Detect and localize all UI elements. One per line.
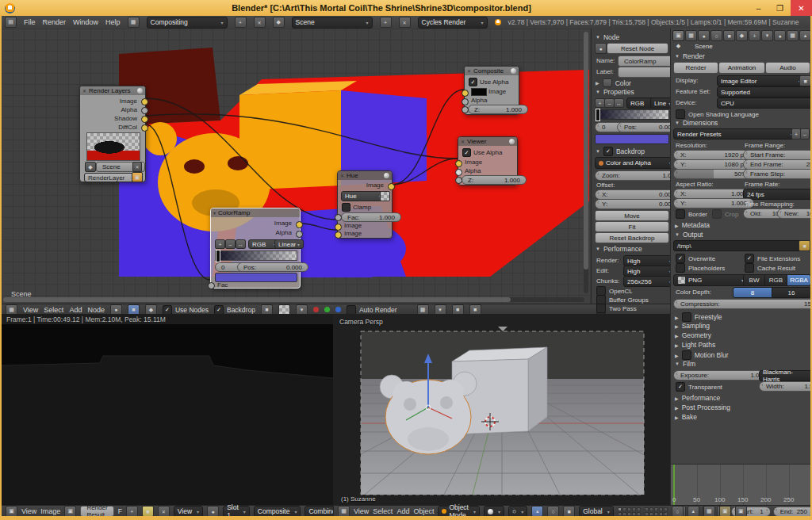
socket-z-in[interactable] [455,177,462,184]
scene-delete-icon[interactable] [399,17,411,28]
scene-select[interactable]: Scene [292,17,373,29]
editor-type-icon[interactable] [5,17,17,28]
manipulator-translate-icon[interactable] [531,506,543,517]
socket-z-in[interactable] [462,106,469,113]
reset-node-button[interactable]: Reset Node [607,43,668,54]
scene-datablock-icon[interactable] [85,162,96,172]
unlink-icon[interactable] [158,506,170,517]
socket-diffcol-out[interactable] [141,124,148,132]
new-image-icon[interactable] [126,506,138,517]
socket-image-out[interactable] [296,221,303,228]
node-colorramp[interactable]: ▾ ColorRamp Image Alpha RGB Linear 0 Pos… [210,208,301,289]
preview-toggle-icon[interactable] [511,68,516,74]
socket-fac-in[interactable] [208,282,215,289]
ramp-handle[interactable] [216,250,220,262]
tab-constraints-icon[interactable] [736,30,748,41]
transparent-checkbox[interactable]: Transparent [676,382,722,392]
display-extra-icon[interactable] [799,75,811,86]
menu-file[interactable]: File [24,18,36,26]
socket-alpha-in[interactable] [455,169,462,176]
socket-fac-in[interactable] [335,214,342,221]
ramp-add-icon[interactable] [215,239,225,249]
ramp-handle[interactable] [596,109,600,121]
menu-object[interactable]: Object [413,507,434,515]
osl-checkbox[interactable]: Open Shading Language [676,109,759,119]
crop-checkbox[interactable]: Crop [712,209,738,219]
fake-user-button[interactable]: F [118,507,122,515]
resolution-percentage-slider[interactable]: 50% [673,169,754,179]
lock-icon[interactable] [672,506,684,517]
layer-toggles-left[interactable] [618,507,641,516]
collapse-icon[interactable]: ✕ [82,88,86,94]
rgba-button[interactable]: RGBA [787,274,811,286]
timeline-canvas[interactable]: 0 50 100 150 200 250 [670,464,811,506]
z-field[interactable]: Z:1.000 [468,105,528,114]
socket-image2-in[interactable] [335,231,342,239]
vertical-scrollbar[interactable] [584,32,588,293]
compression-slider[interactable]: Compression:15% [673,299,812,309]
panel-bake-header[interactable]: Bake [675,413,697,421]
render-presets-select[interactable]: Render Presets [673,128,797,140]
render-opengl-icon[interactable] [719,506,731,517]
panel-node-header[interactable]: Node [596,33,619,41]
panel-sampling-header[interactable]: Sampling [675,322,710,330]
socket-image-out[interactable] [388,183,395,190]
node-editor-canvas[interactable]: ✕ Render Layers Image Alpha Shadow DiffC… [2,29,670,304]
display-select[interactable]: Image Editor [717,75,805,86]
auto-render-checkbox[interactable]: Auto Render [347,305,397,315]
window-titlebar[interactable]: Blender* [C:\Art\This Mortal Coil\The Sh… [0,0,812,16]
ramp-position-field[interactable]: Pos:0.000 [237,262,308,272]
blue-channel-icon[interactable] [335,307,341,312]
panel-color-header[interactable]: Color [596,78,631,87]
tab-render-icon[interactable] [672,30,684,41]
socket-image-out[interactable] [141,98,148,105]
end-frame-field[interactable]: End:250 [773,507,812,517]
tab-render-layers-icon[interactable] [685,30,697,41]
horizontal-scrollbar[interactable] [3,297,584,302]
collapse-icon[interactable]: ▾ [213,210,216,216]
manipulator-scale-icon[interactable] [563,506,575,517]
menu-view[interactable]: View [21,507,36,515]
green-channel-icon[interactable] [324,307,330,312]
pixel-filter-select[interactable]: Blackman-Harris [759,370,812,381]
ramp-interp-select[interactable]: Linear [274,239,304,249]
feature-set-select[interactable]: Supported [717,86,812,98]
use-nodes-checkbox[interactable]: Use Nodes [163,305,209,315]
fac-slider[interactable]: Fac:1.000 [341,212,401,222]
node-mix-hue[interactable]: ✕ Hue Image Hue Clamp Fac:1.000 Image Im… [337,170,393,239]
menu-add[interactable]: Add [69,306,82,314]
folder-icon[interactable] [799,240,810,251]
preview-toggle-icon[interactable] [509,139,515,144]
panel-metadata-header[interactable]: Metadata [675,221,710,229]
panel-freestyle-header[interactable]: Freestyle [675,312,722,322]
cache-result-checkbox[interactable]: Cache Result [745,263,795,273]
menu-image[interactable]: Image [40,507,60,515]
screen-delete-icon[interactable] [254,17,266,28]
placeholders-checkbox[interactable]: Placeholders [676,263,725,273]
menu-view[interactable]: View [23,306,38,314]
menu-node[interactable]: Node [87,306,105,314]
render-layer-render-icon[interactable] [132,172,143,182]
exposure-slider[interactable]: Exposure:1.00 [673,370,770,380]
screen-layout-icon[interactable] [128,17,140,28]
panel-performance-header[interactable]: Performance [675,394,720,402]
socket-image1-in[interactable] [335,224,342,231]
tab-data-icon[interactable] [761,30,773,41]
panel-dimensions-header[interactable]: Dimensions [675,119,718,127]
editor-type-icon[interactable] [6,506,17,517]
menu-view[interactable]: View [354,507,369,515]
render-layer-select[interactable]: RenderLayer [84,173,138,182]
animation-button[interactable]: Animation [718,62,765,74]
socket-shadow-out[interactable] [141,116,148,123]
panel-properties-header[interactable]: Properties [596,88,634,96]
screen-layout-select[interactable]: Compositing [147,17,228,29]
ramp-flip-icon[interactable] [614,98,624,108]
tab-material-icon[interactable] [774,30,786,41]
menu-render[interactable]: Render [43,18,67,26]
device-select[interactable]: CPU [717,98,812,109]
audio-button[interactable]: Audio [765,62,810,74]
panel-render-header[interactable]: Render [675,52,705,60]
collapse-icon[interactable]: ✕ [340,173,344,178]
overwrite-checkbox[interactable]: Overwrite [676,254,715,263]
menu-select[interactable]: Select [373,507,393,515]
